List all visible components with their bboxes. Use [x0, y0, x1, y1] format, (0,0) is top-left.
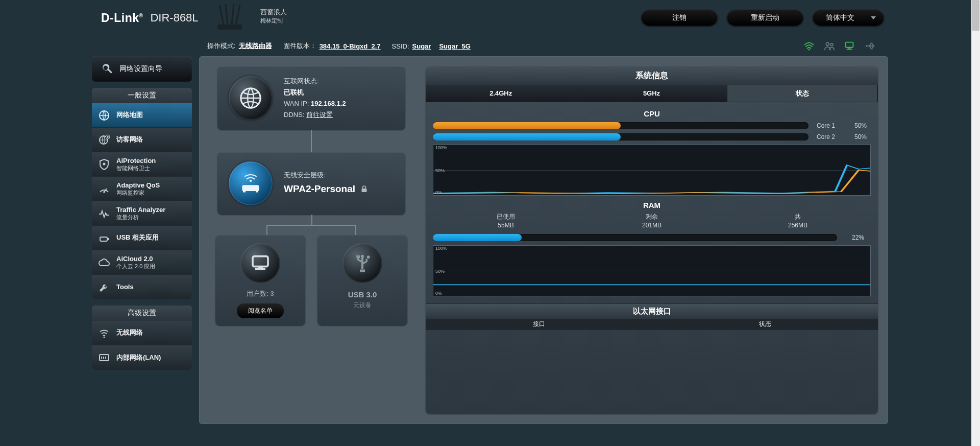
svg-text:梅林定制: 梅林定制 [260, 17, 283, 24]
mode-value-link[interactable]: 无线路由器 [239, 41, 272, 51]
logo-block: D-Link® DIR-868L [92, 11, 199, 25]
setup-wizard-button[interactable]: 网络设置向导 [92, 56, 192, 82]
wan-ip-value: 192.168.1.2 [311, 100, 346, 107]
ethernet-header-row: 接口 状态 [426, 319, 878, 330]
sidebar-item-usb-app[interactable]: USB 相关应用 [92, 226, 192, 250]
sidebar-item-traffic-analyzer[interactable]: Traffic Analyzer流量分析 [92, 201, 192, 226]
network-map-column: 互联网状态: 已联机 WAN IP: 192.168.1.2 DDNS: 前往设… [209, 66, 413, 414]
cpu-core2-bar [433, 133, 808, 140]
sidebar-item-wireless[interactable]: 无线网络 [92, 321, 192, 345]
info-bar: 操作模式: 无线路由器 固件版本： 384.15_0-Bigxd_2.7 SSI… [92, 36, 888, 56]
tab-status[interactable]: 状态 [727, 85, 878, 102]
ram-used: 已使用55MB [433, 213, 579, 230]
sidebar-item-tools[interactable]: Tools [92, 275, 192, 299]
svg-rect-29 [253, 256, 268, 267]
wireless-security-card[interactable]: 无线安全层级: WPA2-Personal [217, 152, 405, 215]
sidebar-item-network-map[interactable]: 网络地图 [92, 103, 192, 128]
svg-line-1 [226, 4, 228, 25]
firmware-link[interactable]: 384.15_0-Bigxd_2.7 [320, 42, 381, 50]
page-scrollbar-thumb[interactable] [972, 0, 979, 31]
clients-card[interactable]: 用户数: 3 阅览名单 [215, 235, 305, 325]
content-panel: 互联网状态: 已联机 WAN IP: 192.168.1.2 DDNS: 前往设… [199, 56, 888, 424]
ssid-label: SSID: [392, 42, 409, 50]
svg-rect-33 [356, 255, 360, 258]
cpu-graph: 100% 50% 0% [433, 145, 871, 196]
ssid-24g-link[interactable]: Sugar [412, 42, 431, 50]
guest-network-icon[interactable] [824, 41, 835, 51]
view-clients-button[interactable]: 阅览名单 [237, 303, 284, 318]
clients-count: 3 [271, 290, 274, 297]
ram-bar [433, 234, 837, 241]
eth-col-interface: 接口 [426, 319, 652, 330]
internet-status-value: 已联机 [284, 88, 304, 96]
wifi-status-icon[interactable] [803, 41, 815, 51]
ram-total: 共256MB [725, 213, 871, 230]
usb-title: USB 3.0 [348, 290, 377, 299]
tab-5ghz[interactable]: 5GHz [576, 85, 727, 102]
connector-tree [266, 215, 356, 235]
wifi-icon [98, 327, 110, 339]
usb-stick-icon [98, 232, 110, 244]
ram-percent: 22% [845, 234, 871, 241]
tab-24ghz[interactable]: 2.4GHz [426, 85, 576, 102]
svg-rect-10 [846, 42, 853, 48]
svg-rect-20 [107, 238, 109, 240]
firmware-label: 固件版本： [283, 41, 316, 51]
svg-point-24 [250, 180, 252, 182]
svg-rect-11 [848, 48, 850, 49]
svg-rect-12 [847, 49, 852, 50]
svg-text:西窗浪人: 西窗浪人 [260, 8, 287, 16]
cpu-core1-label: Core 1 [817, 122, 842, 129]
svg-rect-28 [362, 189, 367, 192]
globe-icon [98, 109, 110, 122]
cpu-core2-label: Core 2 [817, 133, 842, 140]
svg-point-8 [826, 42, 829, 45]
router-silhouette-decor: 西窗浪人 梅林定制 [214, 4, 306, 31]
svg-point-17 [103, 162, 106, 165]
security-level-value: WPA2-Personal [284, 183, 355, 194]
svg-rect-25 [242, 185, 259, 192]
sidebar-item-aiprotection[interactable]: AiProtection智能网络卫士 [92, 152, 192, 177]
cpu-core1-row: Core 1 50% [433, 122, 871, 129]
lock-icon [361, 185, 368, 193]
cpu-heading: CPU [433, 109, 871, 118]
ram-graph: 100% 50% 0% [433, 245, 871, 296]
internet-status-label: 互联网状态: [284, 77, 319, 85]
cpu-core2-row: Core 2 50% [433, 133, 871, 140]
system-info-title: 系统信息 [426, 66, 878, 85]
sidebar-item-adaptive-qos[interactable]: Adaptive QoS网络监控家 [92, 177, 192, 201]
cpu-core1-value: 50% [850, 122, 871, 129]
header: D-Link® DIR-868L 西窗浪人 梅林定制 注销 重新启动 简体中文 [92, 0, 888, 36]
svg-rect-31 [255, 268, 265, 270]
sidebar-item-guest-network[interactable]: 访客网络 [92, 128, 192, 152]
shield-icon [98, 158, 110, 171]
reboot-button[interactable]: 重新启动 [727, 10, 803, 26]
sidebar: 网络设置向导 一般设置 网络地图 访客网络 AiProtection智能网络卫士 [92, 56, 192, 424]
lan-status-icon[interactable] [844, 41, 855, 51]
usb-status-icon[interactable] [865, 41, 876, 51]
general-settings-title: 一般设置 [92, 88, 192, 103]
language-dropdown[interactable]: 简体中文 [813, 10, 884, 26]
general-settings-panel: 一般设置 网络地图 访客网络 AiProtection智能网络卫士 Adapti… [92, 88, 192, 299]
logout-button[interactable]: 注销 [641, 10, 718, 26]
sidebar-item-aicloud[interactable]: AiCloud 2.0个人云 2.0 应用 [92, 250, 192, 275]
advanced-settings-panel: 高级设置 无线网络 内部网络(LAN) [92, 306, 192, 370]
globe-plus-icon [98, 134, 110, 146]
internet-icon [229, 76, 273, 120]
sidebar-item-lan[interactable]: 内部网络(LAN) [92, 345, 192, 370]
ssid-5g-link[interactable]: Sugar_5G [439, 42, 470, 50]
gauge-icon [98, 183, 110, 195]
svg-rect-30 [258, 267, 263, 268]
ethernet-heading: 以太网接口 [426, 303, 878, 319]
security-level-label: 无线安全层级: [284, 171, 326, 179]
brand-logo: D-Link® [101, 11, 143, 25]
internet-status-card[interactable]: 互联网状态: 已联机 WAN IP: 192.168.1.2 DDNS: 前往设… [217, 66, 405, 130]
svg-rect-19 [100, 237, 107, 241]
ram-free: 剩余201MB [579, 213, 725, 230]
page-scrollbar-track[interactable] [971, 0, 980, 446]
usb-card[interactable]: USB 3.0 无设备 [317, 235, 407, 325]
svg-rect-27 [256, 191, 258, 193]
svg-rect-26 [243, 191, 246, 193]
setup-wizard-label: 网络设置向导 [119, 64, 162, 74]
ddns-link[interactable]: 前往设置 [306, 111, 333, 119]
